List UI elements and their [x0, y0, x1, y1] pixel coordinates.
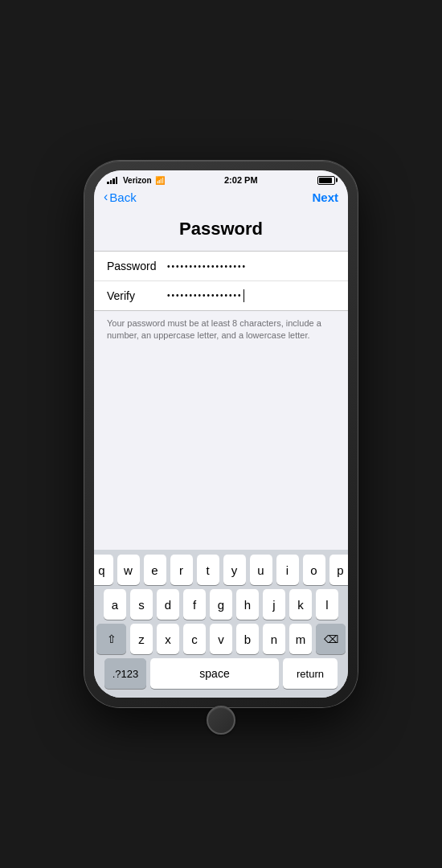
key-i[interactable]: i	[276, 555, 299, 585]
phone-bottom	[94, 698, 348, 741]
keyboard-row-2: a s d f g h j k l	[96, 589, 346, 620]
key-w[interactable]: w	[117, 555, 140, 585]
key-m[interactable]: m	[289, 624, 312, 654]
phone-frame: Verizon 📶 2:02 PM ‹ Back Next Password	[84, 161, 358, 707]
key-v[interactable]: v	[210, 624, 232, 654]
key-o[interactable]: o	[303, 555, 325, 585]
carrier-label: Verizon	[123, 176, 152, 185]
next-button[interactable]: Next	[312, 190, 338, 204]
delete-key[interactable]: ⌫	[316, 624, 346, 654]
back-button[interactable]: ‹ Back	[104, 190, 137, 204]
numbers-key[interactable]: .?123	[104, 658, 146, 689]
battery-icon	[317, 176, 335, 185]
navigation-bar: ‹ Back Next	[94, 186, 348, 211]
phone-screen: Verizon 📶 2:02 PM ‹ Back Next Password	[94, 170, 348, 698]
page-content: Password Password •••••••••••••••••• Ver…	[94, 211, 348, 550]
password-label: Password	[107, 260, 167, 272]
key-j[interactable]: j	[263, 589, 285, 620]
status-time: 2:02 PM	[224, 175, 258, 185]
chevron-left-icon: ‹	[104, 190, 108, 204]
text-cursor	[244, 289, 245, 302]
key-t[interactable]: t	[197, 555, 219, 585]
key-n[interactable]: n	[263, 624, 285, 654]
verify-field[interactable]: •••••••••••••••••	[167, 289, 335, 302]
key-s[interactable]: s	[130, 589, 153, 620]
signal-bars-icon	[107, 176, 117, 184]
keyboard-row-4: .?123 space return	[96, 658, 346, 689]
form-section: Password •••••••••••••••••• Verify •••••…	[94, 251, 348, 311]
page-title: Password	[94, 211, 348, 251]
key-c[interactable]: c	[183, 624, 206, 654]
status-bar: Verizon 📶 2:02 PM	[94, 170, 348, 186]
space-key[interactable]: space	[150, 658, 279, 689]
key-g[interactable]: g	[210, 589, 232, 620]
keyboard: q w e r t y u i o p a s d f g h j k	[94, 550, 348, 698]
key-y[interactable]: y	[223, 555, 246, 585]
key-q[interactable]: q	[94, 555, 113, 585]
verify-row[interactable]: Verify •••••••••••••••••	[94, 281, 348, 310]
status-right	[317, 176, 335, 185]
key-e[interactable]: e	[144, 555, 166, 585]
home-button[interactable]	[207, 706, 235, 735]
key-r[interactable]: r	[170, 555, 193, 585]
password-field[interactable]: ••••••••••••••••••	[167, 262, 335, 271]
key-l[interactable]: l	[316, 589, 338, 620]
key-k[interactable]: k	[289, 589, 312, 620]
key-d[interactable]: d	[157, 589, 179, 620]
verify-label: Verify	[107, 289, 167, 302]
key-p[interactable]: p	[329, 555, 349, 585]
key-x[interactable]: x	[157, 624, 179, 654]
key-b[interactable]: b	[236, 624, 259, 654]
password-row[interactable]: Password ••••••••••••••••••	[94, 252, 348, 281]
wifi-icon: 📶	[155, 176, 165, 185]
key-f[interactable]: f	[183, 589, 206, 620]
key-h[interactable]: h	[236, 589, 259, 620]
keyboard-row-3: ⇧ z x c v b n m ⌫	[96, 624, 346, 654]
key-z[interactable]: z	[130, 624, 153, 654]
key-a[interactable]: a	[104, 589, 126, 620]
password-hint: Your password must be at least 8 charact…	[94, 311, 348, 349]
shift-key[interactable]: ⇧	[96, 624, 126, 654]
back-label: Back	[109, 190, 136, 204]
key-u[interactable]: u	[250, 555, 272, 585]
keyboard-row-1: q w e r t y u i o p	[96, 555, 346, 585]
status-left: Verizon 📶	[107, 176, 165, 185]
return-key[interactable]: return	[283, 658, 338, 689]
